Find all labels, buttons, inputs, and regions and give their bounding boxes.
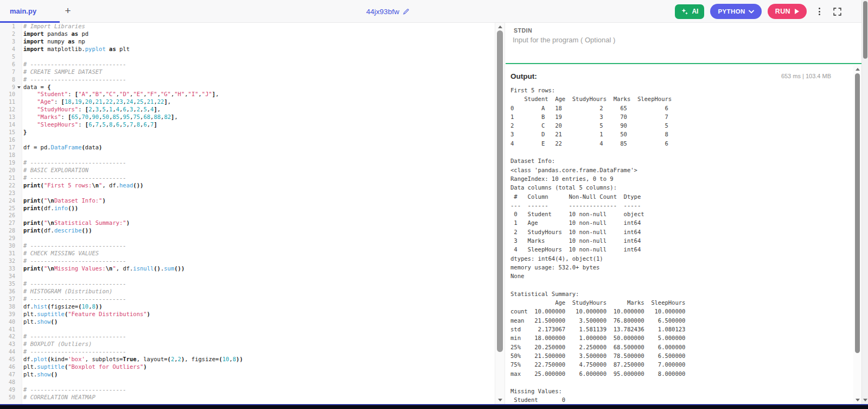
ai-button[interactable]: AI (675, 4, 704, 19)
tab-main-py[interactable]: main.py (0, 0, 60, 23)
line-number: 5 (0, 53, 15, 61)
line-number: 50 (0, 394, 15, 401)
scroll-down-icon[interactable] (498, 399, 502, 401)
code-line: 1# Import Libraries (0, 23, 495, 30)
code-lines: 1# Import Libraries2import pandas as pd3… (0, 23, 495, 401)
code-editor[interactable]: 1# Import Libraries2import pandas as pd3… (0, 23, 495, 404)
edit-pencil-icon[interactable] (403, 8, 410, 15)
code-line: 7# CREATE SAMPLE DATASET (0, 68, 495, 76)
output-line: min 18.000000 1.000000 50.000000 5.00000… (510, 334, 847, 342)
output-scrollbar[interactable] (853, 65, 861, 404)
output-line: 4 SleepHours 10 non-null int64 (510, 245, 847, 254)
code-line: 10 "Student": ["A","B","C","D","E","F","… (0, 91, 495, 98)
output-line: Student Age StudyHours Marks SleepHours (510, 95, 847, 103)
code-line: 27print("\nStatistical Summary:") (0, 219, 495, 227)
line-number: 42 (0, 333, 15, 341)
code-line: 47plt.show() (0, 371, 495, 379)
code-line: 44# ---------------------------- (0, 348, 495, 356)
line-number: 41 (0, 326, 15, 334)
language-dropdown[interactable]: PYTHON (710, 4, 761, 19)
code-line: 12 "StudyHours": [2,3,5,1,4,6,3,2,5,4], (0, 106, 495, 114)
code-line: 28print(df.describe()) (0, 227, 495, 235)
fullscreen-button[interactable] (833, 7, 842, 16)
code-line: 2import pandas as pd (0, 30, 495, 38)
output-scroll-down-icon[interactable] (856, 399, 860, 401)
output-line: 2 C 20 5 90 5 (510, 121, 847, 130)
code-line: 8# ---------------------------- (0, 76, 495, 84)
stdin-label: STDIN (514, 27, 532, 34)
line-number: 10 (0, 91, 15, 98)
output-line: mean 21.500000 3.500000 76.800000 6.5000… (510, 316, 847, 325)
chevron-down-icon (749, 10, 754, 14)
code-line: 37# ---------------------------- (0, 295, 495, 303)
line-number: 37 (0, 295, 15, 303)
output-line: 50% 21.500000 3.500000 78.500000 6.50000… (510, 351, 847, 360)
kebab-menu-button[interactable] (815, 4, 824, 19)
output-line: max 25.000000 6.000000 95.000000 8.00000… (510, 369, 847, 378)
line-number: 23 (0, 190, 15, 197)
browser-scrollbar-thumb[interactable] (863, 1, 867, 59)
code-line: 22print("First 5 rows:\n", df.head()) (0, 182, 495, 190)
output-line: 75% 22.750000 4.750000 87.250000 7.00000… (510, 360, 847, 369)
line-number: 9 (0, 84, 15, 91)
browser-scrollbar[interactable] (861, 0, 868, 404)
run-button[interactable]: RUN (768, 4, 807, 19)
fold-caret-icon[interactable] (17, 86, 21, 89)
output-scrollbar-thumb[interactable] (855, 73, 860, 353)
line-number: 22 (0, 182, 15, 190)
output-scroll-up-icon[interactable] (856, 68, 860, 71)
line-number: 34 (0, 273, 15, 280)
code-line: 29 (0, 235, 495, 242)
play-icon (795, 9, 799, 14)
line-number: 4 (0, 46, 15, 53)
line-number: 33 (0, 265, 15, 273)
code-line: 23 (0, 190, 495, 197)
fullscreen-icon (833, 7, 842, 16)
output-line: Missing Values: (510, 387, 847, 395)
code-line: 9data = { (0, 84, 495, 91)
browser-scroll-down-icon[interactable] (863, 399, 867, 401)
line-number: 27 (0, 219, 15, 227)
code-line: 30# ---------------------------- (0, 242, 495, 250)
line-number: 44 (0, 348, 15, 356)
topbar: main.py + 44jx93bfw AI PYTHON RUN (0, 0, 861, 23)
code-line: 36# HISTOGRAM (Distribution) (0, 288, 495, 295)
line-number: 6 (0, 61, 15, 68)
line-number: 31 (0, 250, 15, 257)
project-id: 44jx93bfw (334, 0, 442, 23)
code-line: 13 "Marks": [65,70,90,50,85,95,75,68,88,… (0, 114, 495, 121)
stdin-section: STDIN (506, 23, 861, 64)
line-number: 17 (0, 144, 15, 152)
code-line: 46plt.suptitle("Boxplot for Outliers") (0, 363, 495, 371)
line-number: 21 (0, 174, 15, 182)
code-line: 19# ---------------------------- (0, 159, 495, 167)
line-number: 14 (0, 121, 15, 129)
line-number: 8 (0, 76, 15, 84)
output-line (510, 148, 847, 156)
output-line: std 2.173067 1.581139 13.782436 1.080123 (510, 325, 847, 334)
stdin-input[interactable] (513, 36, 840, 60)
output-line: 0 Student 10 non-null object (510, 210, 847, 218)
line-number: 26 (0, 212, 15, 219)
editor-scrollbar-thumb[interactable] (497, 30, 503, 352)
line-number: 28 (0, 227, 15, 235)
scroll-up-icon[interactable] (498, 26, 502, 28)
output-line: --- ------ -------------- ----- (510, 201, 847, 210)
editor-scrollbar[interactable] (495, 23, 505, 404)
code-line: 21# ---------------------------- (0, 174, 495, 182)
new-tab-button[interactable]: + (60, 0, 76, 23)
output-line: # Column Non-Null Count Dtype (510, 192, 847, 201)
line-number: 1 (0, 23, 15, 30)
topbar-actions: AI PYTHON RUN (675, 0, 842, 23)
output-line: 4 E 22 4 85 6 (510, 139, 847, 148)
code-line: 39plt.suptitle("Feature Distributions") (0, 311, 495, 318)
code-line: 31# CHECK MISSING VALUES (0, 250, 495, 257)
sparkle-icon (681, 8, 688, 15)
code-line: 4import matplotlib.pyplot as plt (0, 46, 495, 53)
output-line: First 5 rows: (510, 86, 847, 95)
code-line: 33print("\nMissing Values:\n", df.isnull… (0, 265, 495, 273)
output-line: 3 Marks 10 non-null int64 (510, 236, 847, 245)
output-line: 2 StudyHours 10 non-null int64 (510, 228, 847, 236)
code-line: 11 "Age": [18,19,20,21,22,23,24,25,21,22… (0, 98, 495, 106)
code-line: 34 (0, 273, 495, 280)
